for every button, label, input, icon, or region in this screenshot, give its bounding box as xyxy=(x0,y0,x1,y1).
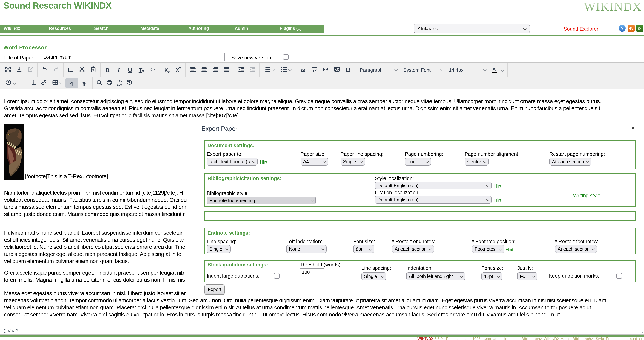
horizontal-rule-button[interactable]: — xyxy=(19,78,29,88)
hint-link[interactable]: Hint xyxy=(260,160,268,164)
bullet-list-button[interactable] xyxy=(278,64,294,75)
print-button[interactable] xyxy=(104,78,114,88)
line-break-button[interactable] xyxy=(309,64,320,75)
menu-admin[interactable]: Admin xyxy=(235,26,248,31)
hint-link[interactable]: Hint xyxy=(506,247,513,252)
menu-search[interactable]: Search xyxy=(94,26,108,31)
paste-button[interactable] xyxy=(88,64,99,75)
close-icon[interactable]: × xyxy=(630,124,637,132)
restart-endnotes-select[interactable]: At each section xyxy=(392,245,434,253)
indent-button[interactable] xyxy=(236,64,247,75)
resize-handle-icon[interactable] xyxy=(639,330,643,334)
trex-image[interactable] xyxy=(4,124,24,180)
export-button[interactable]: Export xyxy=(204,284,225,295)
paper-line-spacing-select[interactable]: Single xyxy=(340,158,365,166)
clear-formatting-button[interactable]: Tx xyxy=(136,64,147,75)
align-justify-button[interactable] xyxy=(221,64,232,75)
fieldset-legend: Block quotation settings: xyxy=(208,262,268,268)
blockquote-button[interactable]: “ xyxy=(298,64,309,75)
undo-button[interactable] xyxy=(39,64,50,75)
insert-link-button[interactable] xyxy=(39,78,49,88)
align-left-button[interactable] xyxy=(187,64,198,75)
page-numbering-select[interactable]: Footer xyxy=(405,158,431,166)
insert-datetime-button[interactable] xyxy=(2,78,19,88)
paper-size-select[interactable]: A4 xyxy=(300,158,328,166)
menu-metadata[interactable]: Metadata xyxy=(140,26,159,31)
footer-stats: 6.6.0 | Total resources: 1096 | Username… xyxy=(434,337,642,340)
restore-draft-button[interactable] xyxy=(124,78,134,88)
restart-footnotes-select[interactable]: At each section xyxy=(555,245,597,253)
indent-large-quotations-checkbox[interactable] xyxy=(274,273,280,279)
quote-line-spacing-select[interactable]: Single xyxy=(362,272,386,280)
language-select[interactable]: Afrikaans xyxy=(414,24,530,33)
fullscreen-button[interactable] xyxy=(2,64,14,75)
paragraph-format-select[interactable]: Paragraph xyxy=(357,64,400,75)
export-paper-dialog: Export Paper × Document settings: Export… xyxy=(201,123,644,299)
writing-style-link[interactable]: Writing style... xyxy=(573,193,604,198)
style-localization-select[interactable]: Default English (en) xyxy=(375,182,492,189)
help-icon[interactable]: ? xyxy=(618,25,626,32)
italic-button[interactable]: I xyxy=(113,64,124,75)
align-right-button[interactable] xyxy=(210,64,221,75)
editor-line: est ultricies integer quis. Sit amet ven… xyxy=(4,237,186,243)
special-character-button[interactable]: Ω xyxy=(342,64,354,75)
page-number-alignment-select[interactable]: Centre xyxy=(464,158,488,166)
export-to-select[interactable]: Rich Text Format (RTF) xyxy=(207,158,258,166)
insert-image-button[interactable] xyxy=(331,64,342,75)
endnote-line-spacing-select[interactable]: Single xyxy=(207,245,230,253)
endnote-font-size-select[interactable]: 8pt xyxy=(353,245,374,253)
quote-font-size-select[interactable]: 12pt xyxy=(482,272,502,280)
keep-quotation-marks-checkbox[interactable] xyxy=(616,273,622,279)
font-family-select[interactable]: System Font xyxy=(400,64,446,75)
redo-button[interactable] xyxy=(50,64,62,75)
code-sample-button[interactable]: <> xyxy=(147,64,158,75)
footnote-position-select[interactable]: Footnotes xyxy=(472,245,504,253)
save-new-version-checkbox[interactable] xyxy=(283,54,288,60)
table-button[interactable] xyxy=(49,78,66,88)
rss-feed-icon[interactable] xyxy=(628,25,635,32)
menu-resources[interactable]: Resources xyxy=(49,26,71,31)
paper-title-input[interactable]: Lorum ipsum xyxy=(41,53,225,61)
citation-localization-select[interactable]: Default English (en) xyxy=(375,196,492,204)
superscript-button[interactable]: X2 xyxy=(173,64,184,75)
bullet-list-icon xyxy=(281,66,287,74)
cut-button[interactable] xyxy=(76,64,88,75)
section-break-button[interactable] xyxy=(320,64,331,75)
superscript-icon: X2 xyxy=(176,67,181,73)
sound-explorer-link[interactable]: Sound Explorer xyxy=(564,26,598,32)
word-count-button[interactable]: 123abc xyxy=(114,78,124,88)
menu-wikindx[interactable]: Wikindx xyxy=(4,26,20,31)
menu-plugins[interactable]: Plugins (1) xyxy=(280,26,302,31)
element-path[interactable]: DIV » P xyxy=(3,329,18,333)
rtl-direction-button[interactable]: ¶‹ xyxy=(78,78,91,88)
bold-button[interactable]: B xyxy=(102,64,113,75)
chevron-down-icon xyxy=(523,26,527,30)
bibliographic-style-select[interactable]: Endnote Incrementing xyxy=(207,197,316,204)
justify-select[interactable]: Full xyxy=(517,272,538,280)
left-indentation-select[interactable]: None xyxy=(286,245,327,253)
search-replace-button[interactable] xyxy=(94,78,104,88)
ltr-direction-button[interactable]: ›¶ xyxy=(66,78,78,88)
restart-page-numbering-select[interactable]: At each section xyxy=(550,158,591,166)
save-download-button[interactable] xyxy=(14,64,25,75)
rss-comments-icon[interactable] xyxy=(636,25,643,32)
outdent-button[interactable] xyxy=(247,64,258,75)
page-title: Word Processor xyxy=(3,44,46,50)
subscript-button[interactable]: X2 xyxy=(162,64,173,75)
menu-authoring[interactable]: Authoring xyxy=(188,26,209,31)
text-color-button[interactable]: A xyxy=(489,64,499,75)
hint-link[interactable]: Hint xyxy=(494,198,502,203)
hint-link[interactable]: Hint xyxy=(494,184,502,188)
numbered-list-button[interactable]: 123 xyxy=(261,64,278,75)
font-size-select[interactable]: 14.4px xyxy=(446,64,489,75)
editor-line: lorem mollis. Magna fringilla urna portt… xyxy=(4,277,185,283)
anchor-button[interactable] xyxy=(29,78,39,88)
threshold-input[interactable]: 100 xyxy=(300,268,324,276)
copy-button[interactable] xyxy=(65,64,76,75)
quote-indentation-select[interactable]: All, both left and right xyxy=(406,272,465,280)
underline-button[interactable]: U xyxy=(124,64,136,75)
text-color-menu-button[interactable] xyxy=(499,64,506,75)
editor-body[interactable]: Lorem ipsum dolor sit amet, consectetur … xyxy=(0,89,644,327)
align-center-button[interactable] xyxy=(198,64,210,75)
export-share-button[interactable] xyxy=(25,64,36,75)
